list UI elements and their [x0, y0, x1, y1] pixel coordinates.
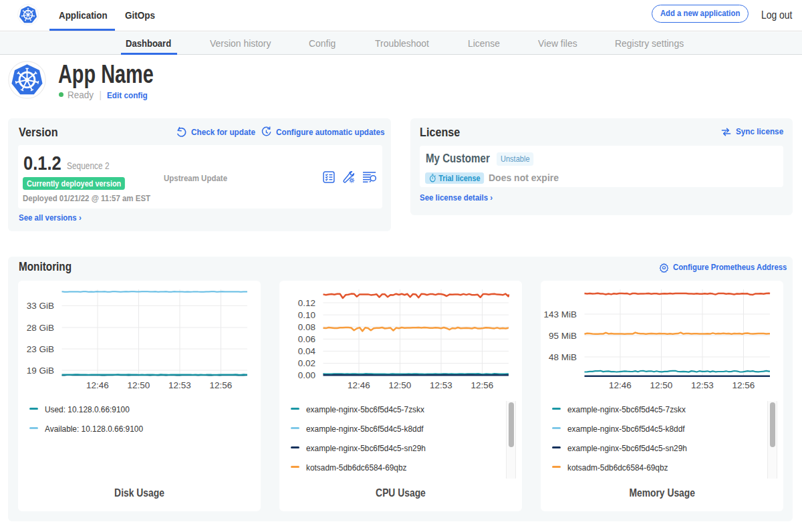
svg-text:12:46: 12:46 [348, 380, 370, 390]
svg-text:19 GiB: 19 GiB [27, 366, 54, 376]
svg-text:28 GiB: 28 GiB [27, 323, 54, 333]
svg-text:23 GiB: 23 GiB [27, 344, 54, 354]
svg-text:33 GiB: 33 GiB [27, 301, 54, 311]
svg-text:0.04: 0.04 [298, 346, 316, 356]
svg-text:0.02: 0.02 [298, 358, 315, 368]
svg-text:48 MiB: 48 MiB [549, 352, 577, 362]
svg-text:12:56: 12:56 [732, 380, 755, 390]
svg-text:12:53: 12:53 [168, 380, 191, 390]
svg-text:143 MiB: 143 MiB [543, 309, 577, 319]
svg-text:0.12: 0.12 [298, 298, 315, 308]
svg-text:12:53: 12:53 [691, 380, 714, 390]
svg-text:12:50: 12:50 [650, 380, 673, 390]
svg-text:12:56: 12:56 [210, 380, 233, 390]
svg-text:0.06: 0.06 [298, 334, 315, 344]
svg-text:95 MiB: 95 MiB [549, 331, 577, 341]
svg-text:12:56: 12:56 [471, 380, 494, 390]
svg-text:12:50: 12:50 [389, 380, 412, 390]
svg-text:12:53: 12:53 [430, 380, 452, 390]
svg-text:12:50: 12:50 [128, 380, 150, 390]
svg-text:12:46: 12:46 [86, 380, 109, 390]
svg-text:12:46: 12:46 [609, 380, 632, 390]
svg-text:0.00: 0.00 [298, 370, 315, 380]
svg-text:0.10: 0.10 [298, 310, 315, 320]
svg-text:0.08: 0.08 [298, 322, 315, 332]
